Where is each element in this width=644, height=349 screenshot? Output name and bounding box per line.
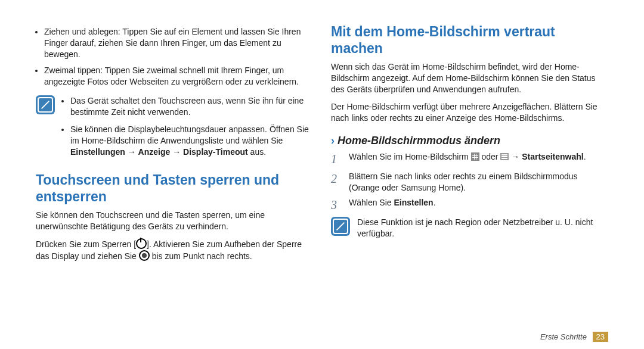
page-number: 23 (593, 332, 608, 342)
step-number: 1 (331, 151, 342, 167)
manual-page: Ziehen und ablegen: Tippen Sie auf ein E… (0, 0, 644, 349)
note-item-timeout: Das Gerät schaltet den Touchscreen aus, … (70, 95, 313, 118)
step-3: 3 Wählen Sie Einstellen. (331, 197, 608, 213)
heading-home-screen: Mit dem Home-Bildschirm vertraut machen (331, 24, 608, 57)
note-box-left: Das Gerät schaltet den Touchscreen aus, … (36, 95, 313, 163)
bold-display-timeout: Display-Timeout (183, 147, 248, 157)
chevron-icon: › (331, 135, 335, 147)
arrow: → (509, 152, 522, 161)
note-icon (36, 95, 55, 114)
para-lock-desc: Sie können den Touchscreen und die Taste… (36, 210, 313, 232)
arrow: → (170, 147, 183, 157)
bold-einstellen: Einstellen (394, 198, 433, 207)
text: . (434, 198, 436, 207)
step-2: 2 Blättern Sie nach links oder rechts zu… (331, 171, 608, 194)
gesture-bullets: Ziehen und ablegen: Tippen Sie auf ein E… (36, 26, 313, 87)
note-region-text: Diese Funktion ist je nach Region oder N… (357, 217, 608, 239)
left-column: Ziehen und ablegen: Tippen Sie auf ein E… (36, 18, 313, 343)
text: oder (479, 152, 501, 161)
subheading-text: Home-Bildschirmmodus ändern (338, 135, 500, 147)
step-number: 2 (331, 171, 342, 194)
note-text: aus. (248, 147, 266, 157)
step-1-text: Wählen Sie im Home-Bildschirm oder → Sta… (349, 151, 586, 167)
text: Wählen Sie (349, 198, 394, 207)
note-text: Sie können die Displaybeleuchtungsdauer … (70, 124, 309, 145)
heading-lock-unlock: Touchscreen und Tasten sperren und entsp… (36, 172, 313, 205)
bold-einstellungen: Einstellungen (70, 147, 125, 157)
text: Wählen Sie im Home-Bildschirm (349, 152, 471, 161)
text: bis zum Punkt nach rechts. (150, 251, 252, 261)
para-lock-instructions: Drücken Sie zum Sperren []. Aktivieren S… (36, 238, 313, 262)
para-home-desc2: Der Home-Bildschirm verfügt über mehrere… (331, 101, 608, 124)
menu-lines-icon (500, 153, 509, 160)
right-column: Mit dem Home-Bildschirm vertraut machen … (331, 18, 608, 343)
arrow: → (125, 147, 138, 157)
para-home-desc1: Wenn sich das Gerät im Home-Bildschirm b… (331, 61, 608, 95)
bold-startseitenwahl: Startseitenwahl (522, 152, 583, 161)
apps-grid-icon (471, 152, 479, 161)
power-icon (136, 238, 147, 249)
footer-section: Erste Schritte (540, 332, 587, 341)
page-footer: Erste Schritte 23 (540, 332, 608, 342)
step-3-text: Wählen Sie Einstellen. (349, 197, 436, 213)
bullet-drag-drop: Ziehen und ablegen: Tippen Sie auf ein E… (44, 26, 313, 60)
note-item-backlight: Sie können die Displaybeleuchtungsdauer … (70, 124, 313, 158)
step-number: 3 (331, 197, 342, 213)
bullet-double-tap: Zweimal tippen: Tippen Sie zweimal schne… (44, 65, 313, 88)
unlock-dot-icon (139, 250, 150, 261)
note-box-right: Diese Funktion ist je nach Region oder N… (331, 217, 608, 239)
steps-list: 1 Wählen Sie im Home-Bildschirm oder → S… (331, 151, 608, 213)
subheading-change-mode: › Home-Bildschirmmodus ändern (331, 133, 608, 148)
step-2-text: Blättern Sie nach links oder rechts zu e… (349, 171, 608, 194)
note-list: Das Gerät schaltet den Touchscreen aus, … (62, 95, 313, 163)
note-icon (331, 217, 350, 236)
text: . (584, 152, 586, 161)
bold-anzeige: Anzeige (138, 147, 171, 157)
text: Drücken Sie zum Sperren [ (36, 239, 136, 249)
step-1: 1 Wählen Sie im Home-Bildschirm oder → S… (331, 151, 608, 167)
